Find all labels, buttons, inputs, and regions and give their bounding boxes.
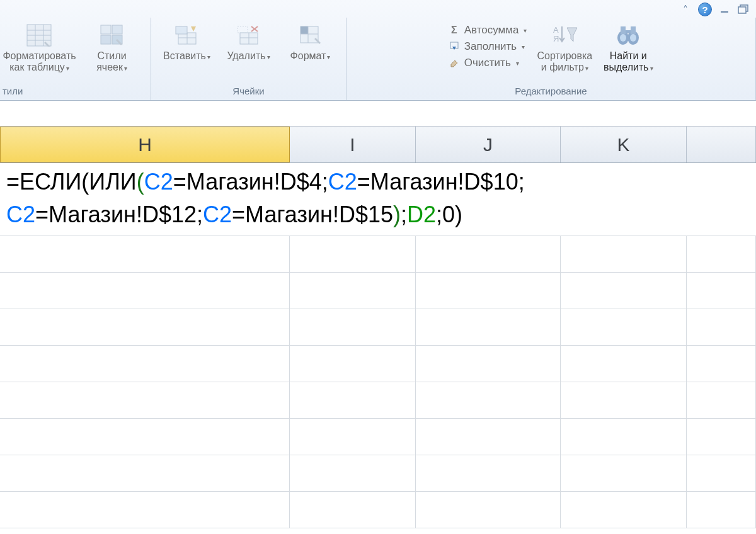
autosum-label: Автосумма: [464, 24, 519, 37]
autosum-button[interactable]: Σ Автосумма ▾: [445, 23, 530, 38]
cell[interactable]: [687, 309, 756, 345]
cell[interactable]: [687, 346, 756, 382]
insert-cells-icon: [173, 21, 201, 49]
formula-edit-cell[interactable]: =ЕСЛИ(ИЛИ(C2=Магазин!D$4;C2=Магазин!D$10…: [0, 163, 756, 236]
svg-text:А: А: [553, 25, 559, 35]
delete-label: Удалить: [227, 50, 265, 61]
table-row[interactable]: [0, 455, 756, 492]
table-row[interactable]: [0, 492, 756, 528]
cell[interactable]: [416, 419, 561, 455]
clear-button[interactable]: Очистить ▾: [445, 55, 530, 71]
cell[interactable]: [290, 309, 416, 345]
cell[interactable]: [416, 309, 561, 345]
cell[interactable]: [416, 273, 561, 309]
format-as-table-button[interactable]: Форматироватькак таблицу▾: [0, 20, 78, 75]
table-row[interactable]: [0, 309, 756, 346]
cell[interactable]: [290, 455, 416, 491]
column-header-next[interactable]: [687, 127, 756, 162]
cell-styles-label2: ячеек: [96, 62, 123, 72]
svg-rect-32: [621, 26, 626, 34]
cell[interactable]: [0, 236, 290, 272]
table-row[interactable]: [0, 419, 756, 455]
dropdown-icon: ▾: [524, 27, 527, 34]
column-header-J[interactable]: J: [416, 127, 561, 162]
svg-rect-2: [738, 7, 746, 13]
cell[interactable]: [290, 382, 416, 418]
cell[interactable]: [0, 455, 290, 491]
insert-button[interactable]: Вставить▾: [159, 20, 215, 63]
cell[interactable]: [687, 236, 756, 272]
ribbon: Форматироватькак таблицу▾ Стилиячеек▾ ти…: [0, 0, 756, 101]
cell[interactable]: [416, 492, 561, 528]
spreadsheet-grid[interactable]: H I J K =ЕСЛИ(ИЛИ(C2=Магазин!D$4;C2=Мага…: [0, 126, 756, 534]
formula-text: =ЕСЛИ(ИЛИ(C2=Магазин!D$4;C2=Магазин!D$10…: [4, 166, 525, 233]
svg-rect-33: [631, 26, 636, 34]
cell[interactable]: [290, 419, 416, 455]
format-button[interactable]: Формат▾: [282, 20, 339, 63]
svg-rect-22: [238, 26, 248, 33]
cell[interactable]: [687, 382, 756, 418]
group-styles: Форматироватькак таблицу▾ Стилиячеек▾ ти…: [0, 18, 151, 100]
column-header-I[interactable]: I: [290, 127, 416, 162]
cell[interactable]: [561, 492, 687, 528]
column-header-K[interactable]: K: [561, 127, 687, 162]
fill-label: Заполнить: [464, 40, 517, 53]
table-icon: [25, 21, 53, 49]
delete-button[interactable]: Удалить▾: [220, 20, 277, 63]
help-icon[interactable]: ?: [698, 3, 712, 16]
table-row[interactable]: [0, 273, 756, 309]
cell[interactable]: [290, 492, 416, 528]
cell[interactable]: [561, 419, 687, 455]
cell[interactable]: [687, 455, 756, 491]
cell[interactable]: [290, 346, 416, 382]
cell[interactable]: [561, 236, 687, 272]
cell[interactable]: [687, 419, 756, 455]
cell[interactable]: [416, 346, 561, 382]
cell[interactable]: [416, 382, 561, 418]
cell-styles-label1: Стили: [97, 50, 126, 61]
fill-down-icon: [448, 41, 461, 52]
caret-up-icon[interactable]: ˄: [679, 3, 692, 16]
group-label-editing: Редактирование: [515, 83, 587, 100]
cell[interactable]: [290, 273, 416, 309]
cell[interactable]: [416, 455, 561, 491]
format-as-table-label2: как таблицу: [9, 62, 65, 72]
dropdown-icon: ▾: [516, 60, 519, 67]
cell[interactable]: [0, 309, 290, 345]
table-row[interactable]: [0, 346, 756, 382]
cell[interactable]: [416, 236, 561, 272]
cell[interactable]: [0, 492, 290, 528]
sigma-icon: Σ: [448, 25, 461, 36]
format-cells-icon: [297, 21, 324, 49]
cell[interactable]: [0, 382, 290, 418]
column-header-H[interactable]: H: [0, 127, 290, 162]
cell[interactable]: [0, 419, 290, 455]
svg-text:Я: Я: [553, 34, 559, 43]
dropdown-icon: ▾: [522, 43, 525, 50]
dropdown-icon: ▾: [650, 65, 653, 72]
format-label: Формат: [290, 50, 326, 61]
cell[interactable]: [0, 273, 290, 309]
binoculars-icon: [614, 21, 642, 49]
cell-styles-button[interactable]: Стилиячеек▾: [84, 20, 140, 75]
cell[interactable]: [561, 346, 687, 382]
restore-icon[interactable]: [737, 3, 750, 16]
cell[interactable]: [0, 346, 290, 382]
sort-filter-button[interactable]: А Я Сортировкаи фильтр▾: [534, 20, 595, 75]
cell[interactable]: [561, 309, 687, 345]
table-row[interactable]: [0, 382, 756, 419]
find-select-button[interactable]: Найти ивыделить▾: [600, 20, 656, 75]
svg-rect-11: [101, 35, 111, 44]
minimize-icon[interactable]: [718, 3, 731, 16]
cell[interactable]: [561, 382, 687, 418]
table-row[interactable]: [0, 236, 756, 273]
cell[interactable]: [561, 273, 687, 309]
fill-button[interactable]: Заполнить ▾: [445, 39, 530, 54]
svg-rect-34: [626, 30, 631, 33]
cell[interactable]: [561, 455, 687, 491]
cell[interactable]: [687, 273, 756, 309]
cell[interactable]: [687, 492, 756, 528]
cell[interactable]: [290, 236, 416, 272]
eraser-icon: [448, 57, 461, 69]
sort-filter-icon: А Я: [551, 21, 578, 49]
